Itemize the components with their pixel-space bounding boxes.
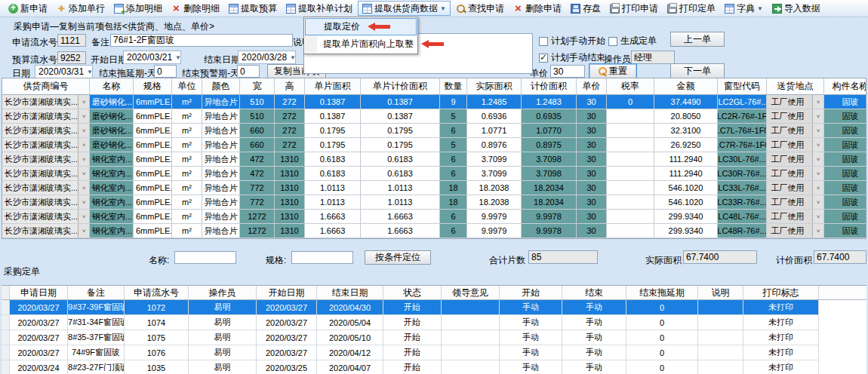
toolbar-button-4[interactable]: 删除明细: [168, 1, 223, 16]
start-date-select[interactable]: 2020/03/21▼: [123, 51, 181, 64]
column-header[interactable]: 窗型代码: [718, 78, 767, 94]
cell-送货地点[interactable]: 工厂使用˅: [767, 109, 824, 124]
cell-送货地点[interactable]: 工厂使用˅: [767, 152, 824, 167]
toolbar-button-6[interactable]: 提取补单计划: [282, 1, 356, 16]
table-row[interactable]: 长沙市潇湘玻璃实...˅钢化室内...6mmPLE...m²异地合片772131…: [2, 195, 866, 210]
column-header[interactable]: 结束: [562, 286, 626, 299]
column-header[interactable]: 送货地点: [767, 78, 824, 94]
cell-送货地点[interactable]: 工厂使用˅: [767, 138, 824, 152]
table-row[interactable]: 长沙市潇湘玻璃实...˅钢化室内...6mmPLE...m²异地合片127213…: [2, 210, 866, 224]
column-header[interactable]: 金额: [654, 78, 718, 94]
operator-input[interactable]: [631, 51, 675, 64]
chevron-down-icon[interactable]: ˅: [812, 109, 823, 123]
table-row[interactable]: 长沙市潇湘玻璃实...˅磨砂钢化...6mmPLE...m²异地合片510272…: [2, 109, 866, 124]
table-row[interactable]: 长沙市潇湘玻璃实...˅钢化室内...6mmPLE...m²异地合片472131…: [2, 167, 866, 181]
filter-name-input[interactable]: [174, 251, 236, 264]
cell-供货商编号[interactable]: 长沙市潇湘玻璃实...˅: [2, 124, 90, 138]
cell-送货地点[interactable]: 工厂使用˅: [767, 224, 824, 238]
chevron-down-icon[interactable]: ˅: [812, 195, 823, 209]
column-header[interactable]: 供货商编号: [2, 78, 90, 94]
row-selector-gutter[interactable]: [2, 360, 10, 374]
chevron-down-icon[interactable]: ˅: [78, 167, 89, 180]
column-header[interactable]: 数量: [440, 78, 467, 94]
table-row[interactable]: 2020/03/2787#31-34F窗固玻1074易明2020/03/2720…: [2, 315, 866, 330]
chevron-down-icon[interactable]: ˅: [78, 124, 89, 137]
column-header[interactable]: 宽: [240, 78, 275, 94]
column-header[interactable]: 开始: [500, 286, 562, 299]
toolbar-button-14[interactable]: 导入数据: [768, 1, 824, 16]
table-row[interactable]: 长沙市潇湘玻璃实...˅磨砂钢化...6mmPLE...m²异地合片510272…: [2, 95, 866, 109]
chevron-down-icon[interactable]: ˅: [78, 195, 89, 209]
manual-end-checkbox[interactable]: 计划手动结束: [539, 51, 605, 64]
manual-start-checkbox[interactable]: 计划手动开始: [539, 35, 605, 48]
table-row[interactable]: 2020/03/2774#9F窗固玻1076易明2020/03/272020/0…: [2, 345, 866, 360]
chevron-down-icon[interactable]: ˅: [812, 224, 823, 238]
filter-spec-input[interactable]: [291, 251, 353, 264]
cell-供货商编号[interactable]: 长沙市潇湘玻璃实...˅: [2, 195, 90, 210]
row-selector-gutter[interactable]: [2, 300, 10, 315]
chevron-down-icon[interactable]: ˅: [812, 138, 823, 152]
row-selector-gutter[interactable]: [2, 345, 10, 360]
toolbar-button-8[interactable]: 查找申请: [452, 1, 508, 16]
column-header[interactable]: 单价: [577, 78, 607, 94]
serial-input[interactable]: [57, 34, 86, 47]
chevron-down-icon[interactable]: ˅: [812, 181, 823, 195]
column-header[interactable]: 单片面积: [305, 78, 361, 94]
cell-供货商编号[interactable]: 长沙市潇湘玻璃实...˅: [2, 109, 90, 124]
column-header[interactable]: 状态: [383, 286, 442, 299]
column-header[interactable]: 名称: [90, 78, 134, 94]
column-header[interactable]: 结束日期: [317, 286, 383, 299]
chevron-down-icon[interactable]: ˅: [812, 95, 823, 109]
next-order-button[interactable]: 下一单: [670, 63, 725, 78]
toolbar-button-7[interactable]: 提取供货商数据▼: [358, 1, 451, 16]
chevron-down-icon[interactable]: ˅: [812, 124, 823, 137]
column-header[interactable]: 实际面积: [467, 78, 522, 94]
table-row[interactable]: 2020/03/2488#23-27F门顶玻1035易明2020/03/2520…: [2, 360, 866, 374]
cell-送货地点[interactable]: 工厂使用˅: [767, 124, 824, 138]
remark-input[interactable]: [110, 34, 293, 47]
delay-input[interactable]: [154, 65, 177, 78]
chevron-down-icon[interactable]: ˅: [78, 224, 89, 238]
table-row[interactable]: 长沙市潇湘玻璃实...˅钢化室内...6mmPLE...m²异地合片472131…: [2, 152, 866, 167]
column-header[interactable]: 单位: [172, 78, 202, 94]
chevron-down-icon[interactable]: ˅: [78, 210, 89, 223]
cell-送货地点[interactable]: 工厂使用˅: [767, 181, 824, 195]
cell-送货地点[interactable]: 工厂使用˅: [767, 210, 824, 224]
chevron-down-icon[interactable]: ˅: [78, 109, 89, 123]
toolbar-button-10[interactable]: 存盘: [567, 1, 605, 16]
column-header[interactable]: 高: [275, 78, 305, 94]
cell-送货地点[interactable]: 工厂使用˅: [767, 195, 824, 210]
column-header[interactable]: 结束拖延期: [626, 286, 698, 299]
menu-item-1[interactable]: 提取定价: [305, 18, 417, 35]
table-row[interactable]: 2020/03/2789#37-39F窗固玻1072易明2020/03/2720…: [2, 300, 866, 315]
column-header[interactable]: 颜色: [202, 78, 240, 94]
toolbar-button-12[interactable]: 打印定单: [663, 1, 719, 16]
cell-供货商编号[interactable]: 长沙市潇湘玻璃实...˅: [2, 167, 90, 181]
table-row[interactable]: 长沙市潇湘玻璃实...˅磨砂钢化...6mmPLE...m²异地合片660272…: [2, 124, 866, 138]
column-header[interactable]: 打印标志: [743, 286, 819, 299]
cell-供货商编号[interactable]: 长沙市潇湘玻璃实...˅: [2, 95, 90, 109]
date-select[interactable]: 2020/03/31▼: [35, 65, 93, 78]
toolbar-button-2[interactable]: 添加单行: [53, 1, 109, 16]
previous-order-button[interactable]: 上一单: [670, 32, 725, 47]
table-row[interactable]: 2020/03/2788#35-37F窗固玻1075易明2020/03/2720…: [2, 330, 866, 345]
chevron-down-icon[interactable]: ˅: [78, 181, 89, 195]
reset-button[interactable]: 重置: [589, 63, 637, 79]
column-header[interactable]: 规格: [134, 78, 172, 94]
cell-供货商编号[interactable]: 长沙市潇湘玻璃实...˅: [2, 138, 90, 152]
column-header[interactable]: 操作员: [189, 286, 257, 299]
column-header[interactable]: 申请日期: [10, 286, 68, 299]
column-header[interactable]: 申请流水号: [125, 286, 189, 299]
column-header[interactable]: 开始日期: [257, 286, 317, 299]
cell-供货商编号[interactable]: 长沙市潇湘玻璃实...˅: [2, 210, 90, 224]
cell-送货地点[interactable]: 工厂使用˅: [767, 167, 824, 181]
row-selector-gutter[interactable]: [2, 315, 10, 330]
cell-供货商编号[interactable]: 长沙市潇湘玻璃实...˅: [2, 224, 90, 238]
unit-price-input[interactable]: [550, 65, 585, 78]
chevron-down-icon[interactable]: ˅: [78, 152, 89, 166]
column-header[interactable]: 构件名称: [824, 78, 866, 94]
table-row[interactable]: 长沙市潇湘玻璃实...˅磨砂钢化...6mmPLE...m²异地合片660272…: [2, 138, 866, 152]
toolbar-button-3[interactable]: 添加明细: [110, 1, 166, 16]
column-header[interactable]: 单片计价面积: [361, 78, 440, 94]
chevron-down-icon[interactable]: ˅: [78, 138, 89, 152]
